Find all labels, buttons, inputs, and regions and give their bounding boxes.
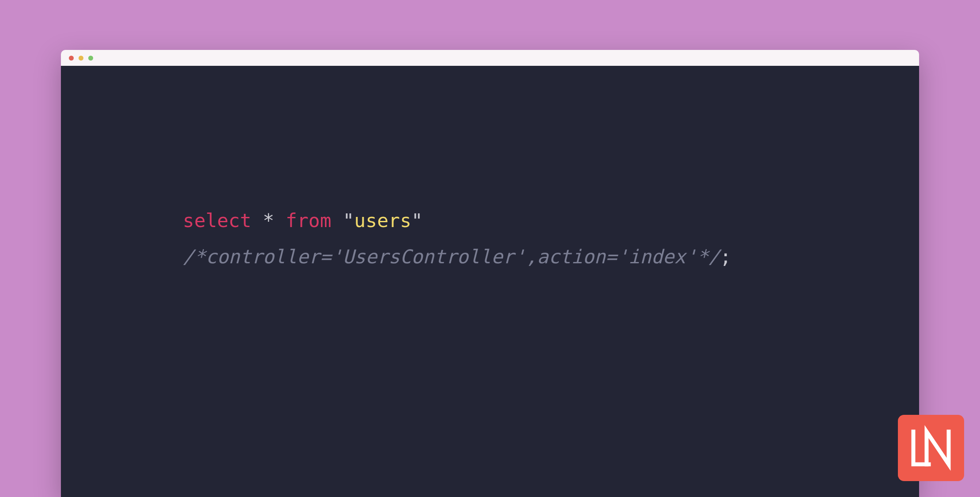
sql-semicolon: ; xyxy=(720,246,731,268)
close-icon[interactable] xyxy=(69,56,74,61)
editor-window: select * from "users" /*controller='User… xyxy=(61,50,919,497)
sql-quote-close: " xyxy=(411,209,423,231)
sql-keyword-select: select xyxy=(183,209,251,231)
maximize-icon[interactable] xyxy=(88,56,93,61)
window-titlebar xyxy=(61,50,919,66)
sql-keyword-from: from xyxy=(286,209,332,231)
code-editor: select * from "users" /*controller='User… xyxy=(61,66,919,497)
brand-logo xyxy=(898,415,964,481)
ln-logo-icon xyxy=(907,424,955,472)
sql-table-name: users xyxy=(354,209,411,231)
sql-star: * xyxy=(251,209,286,231)
sql-comment: /*controller='UsersController',action='i… xyxy=(183,246,720,268)
sql-quote-open: " xyxy=(343,209,354,231)
minimize-icon[interactable] xyxy=(79,56,83,61)
